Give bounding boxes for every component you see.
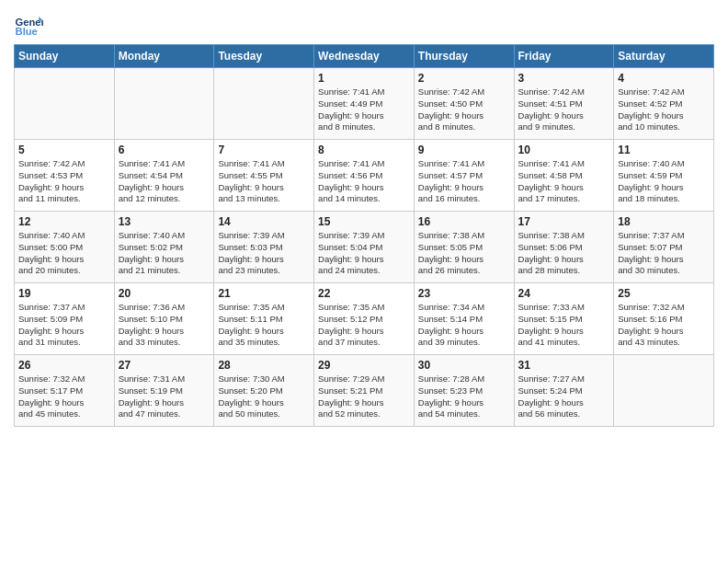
calendar-cell: 13Sunrise: 7:40 AM Sunset: 5:02 PM Dayli… [114, 212, 214, 283]
calendar-cell: 26Sunrise: 7:32 AM Sunset: 5:17 PM Dayli… [15, 355, 115, 427]
day-number: 22 [318, 287, 410, 300]
day-number: 28 [218, 359, 310, 372]
calendar-table: SundayMondayTuesdayWednesdayThursdayFrid… [14, 44, 714, 427]
cell-info: Sunrise: 7:34 AM Sunset: 5:14 PM Dayligh… [418, 302, 510, 349]
cell-info: Sunrise: 7:27 AM Sunset: 5:24 PM Dayligh… [518, 373, 610, 420]
day-number: 18 [618, 215, 710, 228]
week-row-5: 26Sunrise: 7:32 AM Sunset: 5:17 PM Dayli… [15, 355, 714, 427]
day-number: 14 [218, 215, 310, 228]
calendar-cell: 25Sunrise: 7:32 AM Sunset: 5:16 PM Dayli… [614, 283, 714, 355]
cell-info: Sunrise: 7:35 AM Sunset: 5:11 PM Dayligh… [218, 302, 310, 349]
cell-info: Sunrise: 7:42 AM Sunset: 4:53 PM Dayligh… [18, 158, 110, 205]
cell-info: Sunrise: 7:31 AM Sunset: 5:19 PM Dayligh… [119, 373, 210, 420]
day-number: 10 [518, 144, 610, 156]
weekday-header-friday: Friday [514, 45, 614, 68]
calendar-cell: 19Sunrise: 7:37 AM Sunset: 5:09 PM Dayli… [15, 283, 115, 355]
cell-info: Sunrise: 7:41 AM Sunset: 4:54 PM Dayligh… [119, 158, 210, 205]
day-number: 6 [119, 144, 210, 156]
calendar-cell: 22Sunrise: 7:35 AM Sunset: 5:12 PM Dayli… [314, 283, 415, 355]
day-number: 16 [418, 215, 510, 228]
week-row-4: 19Sunrise: 7:37 AM Sunset: 5:09 PM Dayli… [15, 283, 714, 355]
day-number: 3 [518, 72, 610, 85]
calendar-cell [614, 355, 714, 427]
week-row-2: 5Sunrise: 7:42 AM Sunset: 4:53 PM Daylig… [15, 140, 714, 212]
calendar-cell: 31Sunrise: 7:27 AM Sunset: 5:24 PM Dayli… [514, 355, 614, 427]
cell-info: Sunrise: 7:40 AM Sunset: 5:02 PM Dayligh… [119, 230, 210, 277]
day-number: 25 [618, 287, 710, 300]
calendar-cell: 14Sunrise: 7:39 AM Sunset: 5:03 PM Dayli… [214, 212, 314, 283]
cell-info: Sunrise: 7:40 AM Sunset: 5:00 PM Dayligh… [18, 230, 110, 277]
cell-info: Sunrise: 7:39 AM Sunset: 5:04 PM Dayligh… [318, 230, 410, 277]
calendar-cell: 21Sunrise: 7:35 AM Sunset: 5:11 PM Dayli… [214, 283, 314, 355]
day-number: 17 [518, 215, 610, 228]
cell-info: Sunrise: 7:39 AM Sunset: 5:03 PM Dayligh… [218, 230, 310, 277]
day-number: 13 [119, 215, 210, 228]
day-number: 4 [618, 72, 710, 85]
day-number: 31 [518, 359, 610, 372]
day-number: 20 [119, 287, 210, 300]
day-number: 27 [119, 359, 210, 372]
cell-info: Sunrise: 7:38 AM Sunset: 5:06 PM Dayligh… [518, 230, 610, 277]
day-number: 9 [418, 144, 510, 156]
calendar-cell: 24Sunrise: 7:33 AM Sunset: 5:15 PM Dayli… [514, 283, 614, 355]
week-row-3: 12Sunrise: 7:40 AM Sunset: 5:00 PM Dayli… [15, 212, 714, 283]
cell-info: Sunrise: 7:29 AM Sunset: 5:21 PM Dayligh… [318, 373, 410, 420]
day-number: 21 [218, 287, 310, 300]
calendar-cell: 18Sunrise: 7:37 AM Sunset: 5:07 PM Dayli… [614, 212, 714, 283]
cell-info: Sunrise: 7:33 AM Sunset: 5:15 PM Dayligh… [518, 302, 610, 349]
day-number: 24 [518, 287, 610, 300]
svg-text:Blue: Blue [16, 26, 38, 37]
calendar-cell: 16Sunrise: 7:38 AM Sunset: 5:05 PM Dayli… [414, 212, 514, 283]
weekday-header-tuesday: Tuesday [214, 45, 314, 68]
calendar-cell: 27Sunrise: 7:31 AM Sunset: 5:19 PM Dayli… [114, 355, 214, 427]
logo-icon: General Blue [14, 9, 43, 39]
calendar-cell: 6Sunrise: 7:41 AM Sunset: 4:54 PM Daylig… [114, 140, 214, 212]
weekday-header-monday: Monday [114, 45, 214, 68]
calendar-cell: 1Sunrise: 7:41 AM Sunset: 4:49 PM Daylig… [314, 68, 415, 140]
calendar-cell: 11Sunrise: 7:40 AM Sunset: 4:59 PM Dayli… [614, 140, 714, 212]
week-row-1: 1Sunrise: 7:41 AM Sunset: 4:49 PM Daylig… [15, 68, 714, 140]
cell-info: Sunrise: 7:32 AM Sunset: 5:16 PM Dayligh… [618, 302, 710, 349]
cell-info: Sunrise: 7:38 AM Sunset: 5:05 PM Dayligh… [418, 230, 510, 277]
weekday-header-row: SundayMondayTuesdayWednesdayThursdayFrid… [15, 45, 714, 68]
cell-info: Sunrise: 7:41 AM Sunset: 4:49 PM Dayligh… [318, 86, 410, 133]
day-number: 8 [318, 144, 410, 156]
day-number: 11 [618, 144, 710, 156]
day-number: 12 [18, 215, 110, 228]
calendar-cell: 20Sunrise: 7:36 AM Sunset: 5:10 PM Dayli… [114, 283, 214, 355]
weekday-header-saturday: Saturday [614, 45, 714, 68]
cell-info: Sunrise: 7:42 AM Sunset: 4:50 PM Dayligh… [418, 86, 510, 133]
calendar-cell: 7Sunrise: 7:41 AM Sunset: 4:55 PM Daylig… [214, 140, 314, 212]
cell-info: Sunrise: 7:30 AM Sunset: 5:20 PM Dayligh… [218, 373, 310, 420]
calendar-cell: 30Sunrise: 7:28 AM Sunset: 5:23 PM Dayli… [414, 355, 514, 427]
calendar-cell: 2Sunrise: 7:42 AM Sunset: 4:50 PM Daylig… [414, 68, 514, 140]
cell-info: Sunrise: 7:41 AM Sunset: 4:55 PM Dayligh… [218, 158, 310, 205]
calendar-cell [214, 68, 314, 140]
day-number: 2 [418, 72, 510, 85]
cell-info: Sunrise: 7:32 AM Sunset: 5:17 PM Dayligh… [18, 373, 110, 420]
calendar-cell [114, 68, 214, 140]
weekday-header-wednesday: Wednesday [314, 45, 415, 68]
cell-info: Sunrise: 7:36 AM Sunset: 5:10 PM Dayligh… [119, 302, 210, 349]
cell-info: Sunrise: 7:37 AM Sunset: 5:09 PM Dayligh… [18, 302, 110, 349]
day-number: 15 [318, 215, 410, 228]
calendar-cell: 4Sunrise: 7:42 AM Sunset: 4:52 PM Daylig… [614, 68, 714, 140]
cell-info: Sunrise: 7:41 AM Sunset: 4:57 PM Dayligh… [418, 158, 510, 205]
day-number: 29 [318, 359, 410, 372]
logo: General Blue [14, 9, 47, 39]
cell-info: Sunrise: 7:42 AM Sunset: 4:52 PM Dayligh… [618, 86, 710, 133]
cell-info: Sunrise: 7:28 AM Sunset: 5:23 PM Dayligh… [418, 373, 510, 420]
calendar-container: General Blue SundayMondayTuesdayWednesda… [0, 0, 728, 431]
calendar-cell: 12Sunrise: 7:40 AM Sunset: 5:00 PM Dayli… [15, 212, 115, 283]
calendar-cell: 8Sunrise: 7:41 AM Sunset: 4:56 PM Daylig… [314, 140, 415, 212]
calendar-cell: 28Sunrise: 7:30 AM Sunset: 5:20 PM Dayli… [214, 355, 314, 427]
calendar-cell: 29Sunrise: 7:29 AM Sunset: 5:21 PM Dayli… [314, 355, 415, 427]
calendar-cell: 23Sunrise: 7:34 AM Sunset: 5:14 PM Dayli… [414, 283, 514, 355]
cell-info: Sunrise: 7:41 AM Sunset: 4:56 PM Dayligh… [318, 158, 410, 205]
day-number: 19 [18, 287, 110, 300]
calendar-cell: 17Sunrise: 7:38 AM Sunset: 5:06 PM Dayli… [514, 212, 614, 283]
weekday-header-sunday: Sunday [15, 45, 115, 68]
calendar-cell: 10Sunrise: 7:41 AM Sunset: 4:58 PM Dayli… [514, 140, 614, 212]
calendar-cell: 15Sunrise: 7:39 AM Sunset: 5:04 PM Dayli… [314, 212, 415, 283]
cell-info: Sunrise: 7:42 AM Sunset: 4:51 PM Dayligh… [518, 86, 610, 133]
